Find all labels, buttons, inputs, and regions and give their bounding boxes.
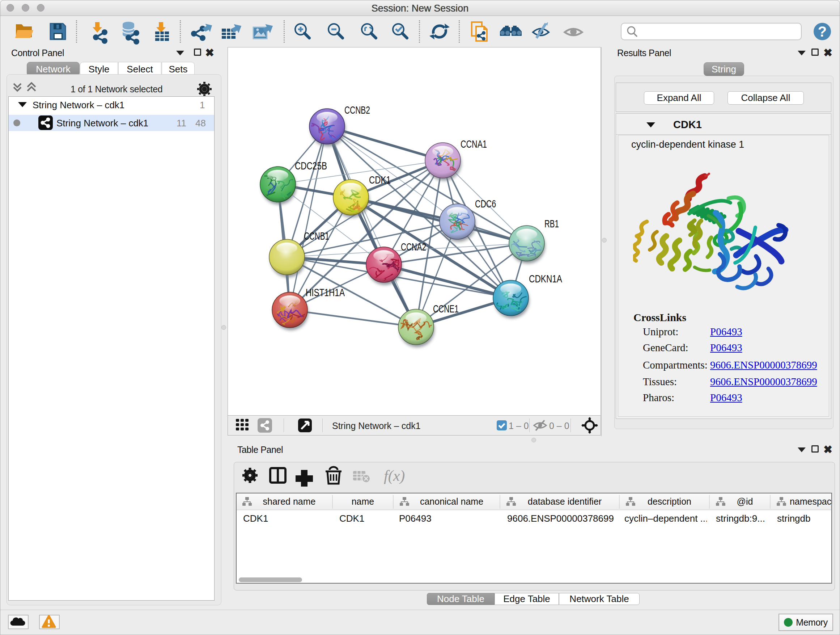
- svg-text:database identifier: database identifier: [528, 496, 602, 507]
- svg-text:CCNE1: CCNE1: [433, 303, 459, 315]
- svg-text:?: ?: [818, 24, 827, 40]
- svg-text:CCNB2: CCNB2: [344, 104, 370, 116]
- svg-text:CCNA1: CCNA1: [461, 138, 487, 150]
- svg-text:shared name: shared name: [263, 496, 316, 507]
- svg-text:CCNB1: CCNB1: [304, 230, 329, 242]
- svg-text:CCNA2: CCNA2: [401, 241, 426, 253]
- svg-text:description: description: [647, 496, 691, 507]
- svg-text:name: name: [352, 496, 374, 507]
- svg-text:CDK1: CDK1: [369, 174, 391, 186]
- svg-text:HIST1H1A: HIST1H1A: [306, 287, 345, 298]
- svg-text:CDKN1A: CDKN1A: [529, 273, 562, 285]
- svg-text:@id: @id: [737, 496, 753, 507]
- svg-text:CDC25B: CDC25B: [295, 160, 327, 172]
- svg-text:RB1: RB1: [545, 218, 559, 230]
- svg-text:CDC6: CDC6: [475, 198, 496, 210]
- svg-text:namespace: namespace: [790, 496, 832, 507]
- svg-text:canonical name: canonical name: [420, 496, 483, 507]
